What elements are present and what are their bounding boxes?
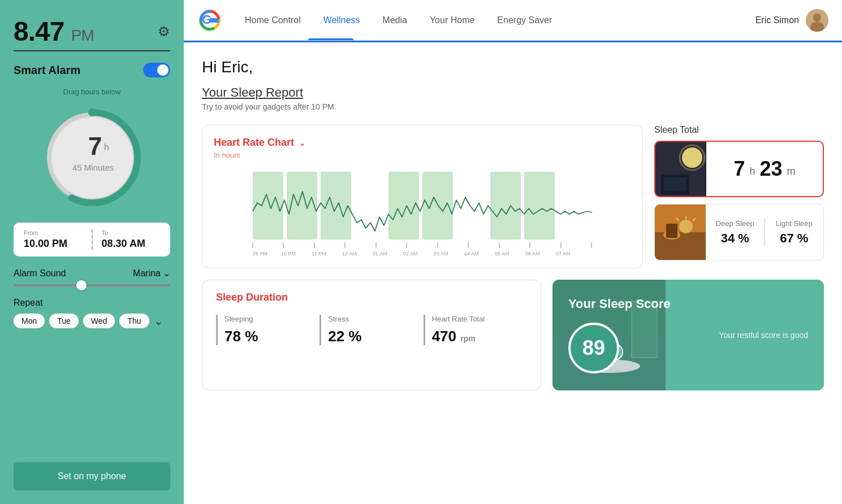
nav-media[interactable]: Media [382,13,407,28]
sleeping-label: Sleeping [224,315,319,323]
light-sleep-value: 67 % [771,231,818,246]
alarm-sound-label: Alarm Sound [14,268,66,279]
heart-rate-card: Heart Rate Chart ⌄ In hours [202,125,643,268]
repeat-label: Repeat [14,298,170,308]
sleep-total-card: Sleep Total 7 [654,125,824,268]
light-sleep-block: Light Sleep 67 % [765,214,824,251]
user-name: Eric Simon [755,15,799,25]
svg-point-47 [682,147,702,168]
heart-rate-total-label: Heart Rate Total [432,315,527,323]
day-wed[interactable]: Wed [83,314,115,328]
day-tue[interactable]: Tue [49,314,79,328]
drag-hint: Drag hours below [14,88,170,96]
alarm-sound-selector[interactable]: Marina ⌄ [133,268,170,279]
heart-rate-unit: rpm [460,334,475,343]
sleep-score-title: Your Sleep Score [568,297,706,311]
nav-items: Home Control Wellness Media Your Home En… [245,13,737,28]
header-divider [14,50,170,51]
bottom-cards-row: Sleep Duration Sleeping 78 % Stress 22 %… [202,280,824,390]
sleep-hours-unit: h [749,166,755,177]
svg-text:11 PM: 11 PM [312,251,326,257]
content-area: Hi Eric, Your Sleep Report Try to avoid … [184,42,842,406]
slider-thumb[interactable] [76,280,87,290]
days-expand-button[interactable]: ⌄ [154,314,163,328]
sleep-total-numbers: 7 h 23 m [706,157,823,181]
stress-label: Stress [328,315,423,323]
nav-your-home[interactable]: Your Home [430,13,474,28]
sleeping-value: 78 % [224,328,319,345]
svg-text:05 AM: 05 AM [495,251,509,257]
deep-sleep-value: 34 % [711,231,759,246]
sleep-report-suffix: Report [262,85,303,99]
sleep-score-value: 89 [582,336,605,360]
svg-rect-13 [253,172,283,240]
gear-icon[interactable]: ⚙ [158,24,170,40]
sleep-image [655,142,706,196]
deep-sleep-block: Deep Sleep 34 % [706,214,765,251]
svg-rect-16 [355,172,385,240]
light-sleep-label: Light Sleep [771,219,818,228]
warm-room-image [655,205,706,260]
sleep-score-circle: 89 [568,323,619,373]
google-logo: G [197,8,222,33]
ampm-label: PM [71,27,94,44]
smart-alarm-label: Smart Alarm [14,64,80,77]
sleep-duration-title: Sleep Duration [216,292,527,303]
chart-header: Heart Rate Chart ⌄ [214,137,631,149]
deep-sleep-label: Deep Sleep [711,219,759,228]
sleep-mins-value: 23 [760,157,783,181]
sidebar: 8.47 PM ⚙ Smart Alarm Drag hours below 7… [0,0,184,504]
stress-value: 22 % [328,328,423,345]
sleep-report-title: Your Sleep Report [202,85,824,100]
svg-rect-22 [558,172,589,240]
sleep-duration-metrics: Sleeping 78 % Stress 22 % Heart Rate Tot… [216,315,527,345]
to-value: 08.30 AM [102,238,161,250]
svg-rect-21 [524,172,555,240]
from-label: From [24,229,83,236]
svg-text:04 AM: 04 AM [464,251,479,257]
nav-energy-saver[interactable]: Energy Saver [497,13,552,28]
svg-text:45 Minutes: 45 Minutes [72,163,114,172]
alarm-volume-slider[interactable] [14,284,170,286]
nav-wellness[interactable]: Wellness [323,13,360,28]
smart-alarm-toggle[interactable] [143,63,170,77]
top-cards-row: Heart Rate Chart ⌄ In hours [202,125,824,268]
svg-rect-19 [456,172,487,240]
sleep-keyword: Sleep [231,85,262,99]
svg-rect-20 [490,172,521,240]
greeting: Hi Eric, [202,58,824,76]
svg-point-11 [813,14,821,21]
from-to-divider [92,229,93,250]
svg-text:07 AM: 07 AM [556,251,571,257]
nav-underline [184,41,842,42]
to-label: To [102,229,161,236]
deep-light-box: Deep Sleep 34 % Light Sleep 67 % [654,204,824,260]
sleep-total-box: 7 h 23 m [654,141,824,197]
time-display: 8.47 PM [14,16,94,47]
main-content: G Home Control Wellness Media Your Home … [184,0,842,504]
nav-active-indicator [308,38,353,40]
nav-home-control[interactable]: Home Control [245,13,301,28]
svg-rect-52 [655,232,706,260]
svg-rect-54 [666,224,677,238]
top-nav: G Home Control Wellness Media Your Home … [184,0,842,41]
alarm-clock-dial[interactable]: 7 h 45 Minutes [14,104,170,211]
svg-text:h: h [104,142,109,152]
sleep-subtitle: Try to avoid your gadgets after 10 PM. [202,102,824,111]
alarm-sound-row: Alarm Sound Marina ⌄ [14,268,170,279]
svg-text:03 AM: 03 AM [434,251,448,257]
sleep-mins-unit: m [787,166,796,177]
chart-dropdown-icon[interactable]: ⌄ [299,137,306,148]
to-block[interactable]: To 08.30 AM [102,229,161,250]
days-row: Mon Tue Wed Thu ⌄ [14,314,170,328]
user-avatar[interactable] [806,9,828,32]
from-block[interactable]: From 10.00 PM [24,229,83,250]
set-on-phone-button[interactable]: Set on my phone [14,462,170,490]
day-mon[interactable]: Mon [14,314,45,328]
time-value: 8.47 [14,16,64,46]
clock-svg: 7 h 45 Minutes [38,104,146,211]
chart-title: Heart Rate Chart [214,137,294,149]
day-thu[interactable]: Thu [119,314,149,328]
svg-text:06 AM: 06 AM [525,251,540,257]
heart-rate-total-value: 470 rpm [432,328,527,345]
